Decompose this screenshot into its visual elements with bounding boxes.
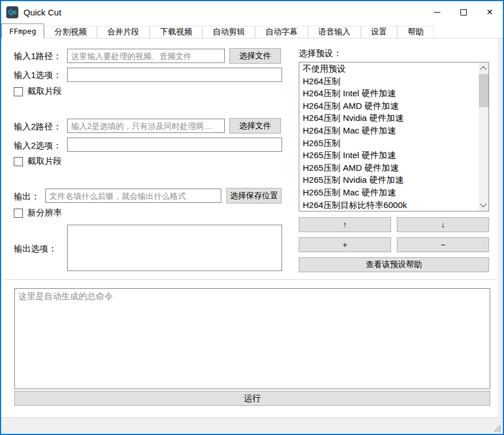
preset-item[interactable]: H265压制 AMD 硬件加速 [299,162,489,174]
preset-select-label: 选择预设： [299,48,342,59]
preset-remove-button[interactable]: − [397,237,489,252]
close-button[interactable]: ✕ [476,1,503,23]
tab-strip: FFmpeg分割视频合并片段下载视频自动剪辑自动字幕语音输入设置帮助 [1,23,503,38]
preset-listbox: 不使用预设H264压制H264压制 Intel 硬件加速H264压制 AMD 硬… [299,62,489,211]
tab-auto-cut[interactable]: 自动剪辑 [202,26,255,38]
window-title: Quick Cut [24,7,61,17]
tab-settings[interactable]: 设置 [361,26,397,38]
tab-merge-clips[interactable]: 合并片段 [97,26,150,38]
tab-download-video[interactable]: 下载视频 [150,26,202,38]
input1-path-input[interactable] [67,49,225,63]
preset-move-down-button[interactable]: ↓ [397,217,489,232]
choose-file2-button[interactable]: 选择文件 [229,118,281,134]
tab-voice-input[interactable]: 语音输入 [308,26,361,38]
preset-help-button[interactable]: 查看该预设帮助 [299,257,489,272]
tab-split-video[interactable]: 分割视频 [44,26,97,38]
input1-options-input[interactable] [67,68,282,82]
preset-item[interactable]: 不使用预设 [299,62,489,75]
panel-divider [5,279,498,280]
app-icon: Qc [6,6,18,18]
clip-segment-1-label: 截取片段 [28,86,62,97]
tab-help[interactable]: 帮助 [397,26,434,38]
checkbox-box [14,209,23,218]
maximize-icon [460,9,467,15]
input1-path-label: 输入1路径： [14,51,61,62]
close-icon: ✕ [486,8,493,16]
preset-item[interactable]: H264压制 Nvidia 硬件加速 [299,112,489,124]
minimize-icon [434,12,440,13]
window-controls: ✕ [424,1,503,23]
input2-path-input[interactable] [67,119,225,133]
output-options-label: 输出选项： [14,244,57,254]
clip-segment-2-label: 截取片段 [28,156,62,167]
preset-add-button[interactable]: + [299,237,391,252]
preset-item[interactable]: H265压制 Nvidia 硬件加速 [299,174,489,186]
choose-save-location-button[interactable]: 选择保存位置 [226,188,282,203]
preset-item[interactable]: H264压制 Intel 硬件加速 [299,87,489,100]
preset-item[interactable]: H265压制 Intel 硬件加速 [299,149,489,162]
choose-file1-button[interactable]: 选择文件 [229,48,281,64]
preset-item[interactable]: H264压制 Mac 硬件加速 [299,124,489,137]
preset-item[interactable]: H264压制 [299,75,489,88]
clip-segment-2-checkbox[interactable]: 截取片段 [14,156,62,167]
scrollbar-thumb[interactable] [479,74,489,107]
status-bar [1,417,503,434]
run-button[interactable]: 运行 [14,391,490,406]
output-label: 输出： [14,191,40,202]
preset-list-scrollbar[interactable] [479,62,489,211]
input2-options-input[interactable] [67,138,282,152]
command-textarea[interactable] [14,288,490,389]
tab-auto-subtitle[interactable]: 自动字幕 [255,26,308,38]
new-resolution-label: 新分辨率 [28,207,62,218]
preset-move-up-button[interactable]: ↑ [299,217,391,232]
preset-item[interactable]: H264压制目标比特率6000k [299,199,489,211]
title-bar: Qc Quick Cut ✕ [1,1,503,23]
checkbox-box [14,157,23,166]
quick-cut-window: Qc Quick Cut ✕ FFmpeg分割视频合并片段下载视频自动剪辑自动字… [0,0,504,435]
checkbox-box [14,87,23,96]
input1-options-label: 输入1选项： [14,70,61,81]
scroll-down-icon[interactable] [480,201,486,207]
clip-segment-1-checkbox[interactable]: 截取片段 [14,86,62,97]
preset-item[interactable]: H264压制 AMD 硬件加速 [299,100,489,112]
scroll-up-icon[interactable] [480,66,486,72]
preset-item[interactable]: H265压制 Mac 硬件加速 [299,186,489,199]
preset-item[interactable]: H265压制 [299,137,489,150]
preset-item-list: 不使用预设H264压制H264压制 Intel 硬件加速H264压制 AMD 硬… [299,62,489,211]
resize-grip[interactable] [494,425,501,432]
tab-ffmpeg[interactable]: FFmpeg [1,23,44,38]
input2-options-label: 输入2选项： [14,140,61,151]
app-icon-letter-c: c [13,9,17,15]
input2-path-label: 输入2路径： [14,122,61,132]
maximize-button[interactable] [450,1,476,23]
app-icon-letter-q: Q [8,9,13,15]
new-resolution-checkbox[interactable]: 新分辨率 [14,207,62,218]
minimize-button[interactable] [424,1,450,23]
output-path-input[interactable] [45,189,221,203]
output-options-textarea[interactable] [67,225,282,271]
